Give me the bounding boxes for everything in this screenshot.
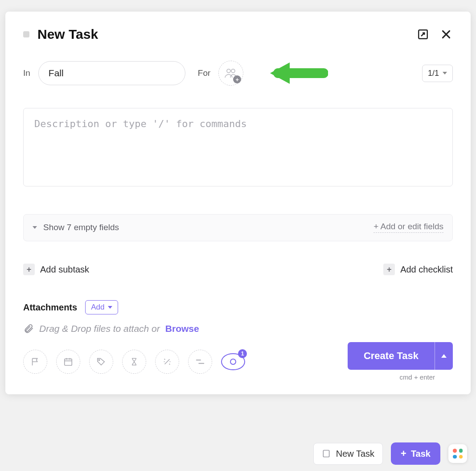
note-icon — [322, 449, 331, 458]
show-empty-fields-toggle[interactable]: Show 7 empty fields — [33, 223, 119, 232]
plus-icon: + — [23, 264, 35, 275]
add-assignee-plus-icon: + — [233, 75, 241, 83]
watchers-button[interactable]: 1 — [221, 353, 245, 370]
svg-point-3 — [227, 69, 230, 73]
browse-link[interactable]: Browse — [165, 323, 199, 334]
time-estimate-picker[interactable] — [122, 350, 146, 374]
sprint-points-picker[interactable] — [155, 350, 179, 374]
subtasks-row: + Add subtask + Add checklist — [23, 264, 453, 275]
bottom-toolbar: 1 Create Task cmd + enter — [23, 342, 453, 381]
watchers-count-badge: 1 — [238, 349, 247, 358]
in-label: In — [23, 68, 30, 78]
attachments-header: Attachments Add — [23, 300, 453, 314]
priority-picker[interactable] — [23, 350, 47, 374]
add-edit-fields-link[interactable]: + Add or edit fields — [373, 222, 443, 233]
modal-header: New Task — [23, 27, 453, 42]
task-count-dropdown[interactable]: 1/1 — [422, 65, 453, 82]
add-subtask-label: Add subtask — [40, 264, 89, 275]
svg-marker-5 — [270, 62, 290, 84]
list-location-input[interactable] — [38, 61, 185, 85]
minimized-task-chip[interactable]: New Task — [313, 443, 383, 465]
location-row: In For + 1/1 — [23, 61, 453, 86]
shortcut-hint: cmd + enter — [399, 373, 435, 381]
task-count-value: 1/1 — [428, 69, 439, 78]
add-checklist-label: Add checklist — [400, 264, 453, 275]
attachments-add-button[interactable]: Add — [85, 300, 118, 314]
create-task-dropdown[interactable] — [435, 342, 453, 370]
minimized-task-label: New Task — [336, 449, 374, 459]
paperclip-icon — [23, 323, 34, 334]
flag-icon — [30, 357, 40, 367]
custom-fields-bar: Show 7 empty fields + Add or edit fields — [23, 214, 453, 241]
svg-point-4 — [231, 69, 235, 73]
assignee-picker[interactable]: + — [218, 61, 243, 86]
attachments-label: Attachments — [23, 302, 77, 313]
app-launcher-button[interactable] — [448, 444, 467, 463]
svg-point-10 — [98, 359, 99, 360]
hourglass-icon — [130, 357, 139, 367]
chevron-down-icon — [33, 226, 37, 229]
add-checklist-button[interactable]: + Add checklist — [383, 264, 453, 275]
svg-rect-6 — [65, 359, 72, 365]
tags-picker[interactable] — [89, 350, 113, 374]
svg-rect-13 — [323, 450, 329, 457]
attachments-add-label: Add — [91, 303, 104, 312]
calendar-icon — [63, 357, 73, 367]
new-task-label: Task — [411, 449, 431, 459]
new-task-modal: New Task In For — [5, 12, 471, 394]
attachments-dropzone[interactable]: Drag & Drop files to attach or Browse — [23, 323, 453, 334]
new-task-button[interactable]: + Task — [391, 442, 440, 465]
chevron-down-icon — [108, 306, 112, 309]
dependencies-picker[interactable] — [188, 350, 212, 374]
status-color-dot[interactable] — [23, 31, 29, 37]
dependency-icon — [195, 358, 205, 366]
sparkle-icon — [162, 357, 172, 367]
show-empty-fields-label: Show 7 empty fields — [43, 223, 119, 232]
add-subtask-button[interactable]: + Add subtask — [23, 264, 89, 275]
tag-icon — [96, 357, 106, 367]
due-date-picker[interactable] — [56, 350, 80, 374]
chevron-down-icon — [443, 72, 447, 74]
for-label: For — [198, 68, 211, 78]
create-task-button[interactable]: Create Task — [348, 342, 435, 370]
plus-icon: + — [401, 448, 406, 459]
close-icon[interactable] — [439, 28, 453, 41]
plus-icon: + — [383, 264, 395, 275]
expand-icon[interactable] — [416, 28, 430, 41]
dragdrop-text: Drag & Drop files to attach or — [39, 323, 160, 334]
modal-title: New Task — [37, 27, 98, 42]
description-input[interactable] — [23, 108, 453, 186]
chevron-up-icon — [441, 354, 447, 358]
callout-arrow-icon — [270, 60, 328, 87]
footer-tray: New Task + Task — [313, 442, 467, 465]
